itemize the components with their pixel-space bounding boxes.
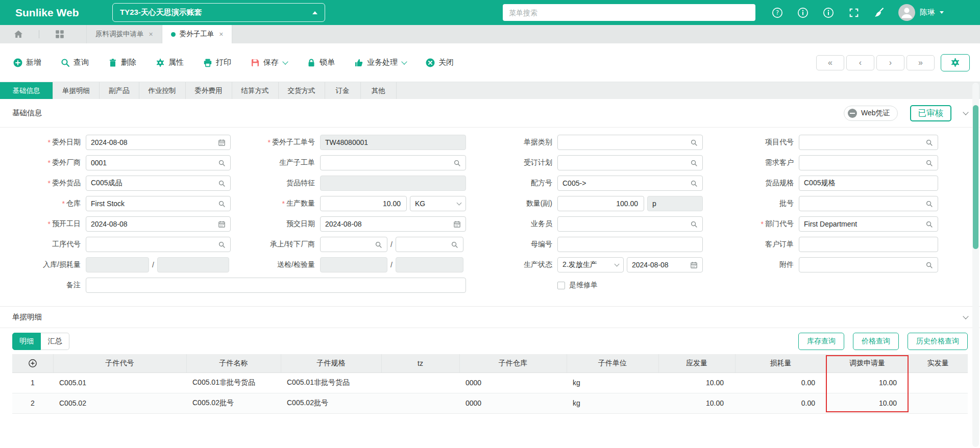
search-icon[interactable] (453, 159, 461, 167)
doc-category-input[interactable] (557, 135, 703, 150)
search-icon[interactable] (925, 220, 933, 228)
search-icon[interactable] (925, 200, 933, 208)
price-query-button[interactable]: 价格查询 (853, 333, 899, 350)
grid-settings-button[interactable] (941, 54, 970, 71)
search-icon[interactable] (925, 159, 933, 167)
outsource-goods-input[interactable]: C005成品 (86, 176, 231, 191)
scrollbar-thumb[interactable] (973, 105, 978, 249)
downstream-vendor-input[interactable] (396, 237, 463, 252)
search-icon[interactable] (690, 220, 698, 228)
customer-order-input[interactable] (799, 237, 938, 252)
planned-start-date-input[interactable]: 2024-08-08 (86, 216, 231, 232)
outsource-date-input[interactable]: 2024-08-08 (86, 135, 231, 150)
tab-settlement-method[interactable]: 结算方式 (232, 82, 279, 99)
fullscreen-icon[interactable] (848, 7, 860, 18)
prev-page-button[interactable]: ‹ (846, 55, 874, 70)
info-icon[interactable] (797, 7, 808, 18)
print-button[interactable]: 打印 (203, 58, 231, 67)
goods-spec-input[interactable]: C005规格 (799, 176, 938, 191)
search-icon[interactable] (925, 261, 933, 269)
tab-deposit[interactable]: 订金 (325, 82, 361, 99)
search-icon[interactable] (375, 241, 382, 248)
help-icon[interactable]: ? (772, 7, 783, 18)
secondary-qty-input[interactable]: 100.00 (557, 196, 644, 211)
view-tab-detail[interactable]: 明细 (12, 333, 41, 350)
properties-button[interactable]: 属性 (156, 58, 184, 67)
process-code-input[interactable] (86, 237, 231, 252)
search-icon[interactable] (690, 180, 698, 187)
production-status-date-input[interactable]: 2024-08-08 (627, 257, 703, 272)
search-icon[interactable] (451, 241, 458, 248)
upstream-vendor-input[interactable] (320, 237, 387, 252)
last-page-button[interactable]: » (906, 55, 935, 70)
tab-byproduct[interactable]: 副产品 (100, 82, 139, 99)
attachment-input[interactable] (799, 257, 938, 272)
formula-no-input[interactable]: C005-> (557, 176, 703, 191)
chevron-down-icon (282, 59, 288, 64)
production-status-select[interactable]: 2.发放生产 (557, 257, 624, 272)
search-icon[interactable] (690, 139, 698, 146)
production-qty-input[interactable]: 10.00 (320, 196, 407, 211)
tab-outsource-cost[interactable]: 委外费用 (186, 82, 232, 99)
calendar-icon[interactable] (690, 261, 698, 269)
info-icon-2[interactable] (823, 7, 834, 18)
calendar-icon[interactable] (218, 220, 226, 228)
batch-no-input[interactable] (799, 196, 938, 211)
collapse-chevron-icon[interactable] (963, 109, 968, 115)
lock-button[interactable]: 锁单 (307, 58, 335, 67)
stock-query-button[interactable]: 库存查询 (798, 333, 844, 350)
calendar-icon[interactable] (218, 139, 226, 146)
query-button[interactable]: 查询 (61, 58, 89, 67)
tab-doc-detail[interactable]: 单据明细 (53, 82, 100, 99)
tab-outsource-suborder[interactable]: 委外子工单× (162, 25, 233, 43)
tab-other[interactable]: 其他 (361, 82, 397, 99)
tab-delivery-method[interactable]: 交货方式 (279, 82, 325, 99)
add-button[interactable]: 新增 (13, 58, 41, 67)
parent-no-input[interactable] (557, 237, 703, 252)
search-icon[interactable] (218, 159, 226, 167)
table-row[interactable]: 2C005.02C005.02批号C005.02批号0000kg10.000.0… (12, 393, 968, 413)
delete-button[interactable]: 删除 (108, 58, 136, 67)
view-tab-summary[interactable]: 汇总 (41, 333, 69, 350)
outsource-vendor-input[interactable]: 0001 (86, 155, 231, 170)
salesperson-input[interactable] (557, 216, 703, 232)
production-suborder-input[interactable] (320, 155, 466, 170)
save-button[interactable]: 保存 (251, 58, 287, 67)
expected-delivery-date-input[interactable]: 2024-08-08 (320, 216, 466, 232)
tab-operation-control[interactable]: 作业控制 (139, 82, 186, 99)
production-qty-unit-select[interactable]: KG (410, 196, 466, 211)
first-page-button[interactable]: « (816, 55, 844, 70)
remark-input[interactable] (86, 278, 466, 293)
add-detail-row-button[interactable] (28, 359, 37, 368)
tab-material-transfer-request[interactable]: 原料调拨申请单× (86, 25, 162, 43)
search-icon[interactable] (690, 159, 698, 167)
close-button[interactable]: 关闭 (426, 58, 454, 67)
close-tab-icon[interactable]: × (149, 30, 153, 38)
history-price-query-button[interactable]: 历史价格查询 (908, 333, 968, 350)
web-voucher-toggle[interactable]: Web凭证 (844, 106, 898, 121)
repair-order-checkbox[interactable] (557, 282, 565, 289)
search-icon[interactable] (925, 139, 933, 146)
home-icon[interactable] (13, 29, 23, 39)
tab-basic-info[interactable]: 基础信息 (0, 82, 53, 99)
table-row[interactable]: 1C005.01C005.01非批号货品C005.01非批号货品0000kg10… (12, 372, 968, 393)
close-tab-icon[interactable]: × (219, 30, 223, 38)
order-plan-input[interactable] (557, 155, 703, 170)
project-code-input[interactable] (799, 135, 938, 150)
menu-search-input[interactable] (509, 9, 749, 17)
warehouse-input[interactable]: First Stock (86, 196, 231, 211)
next-page-button[interactable]: › (876, 55, 904, 70)
collapse-chevron-icon[interactable] (963, 313, 968, 319)
page-scrollbar[interactable] (972, 83, 979, 447)
search-icon[interactable] (218, 200, 226, 208)
calendar-icon[interactable] (453, 220, 461, 228)
demand-customer-input[interactable] (799, 155, 938, 170)
business-process-button[interactable]: 业务处理 (354, 58, 406, 67)
search-icon[interactable] (218, 241, 226, 248)
apps-grid-icon[interactable] (55, 29, 65, 39)
user-menu[interactable]: 陈琳 (898, 4, 944, 21)
clean-icon[interactable] (874, 7, 885, 18)
search-icon[interactable] (218, 180, 226, 187)
department-code-input[interactable]: First Department (799, 216, 938, 232)
account-selector[interactable]: TY23-天心天思演示账套 (112, 3, 325, 22)
